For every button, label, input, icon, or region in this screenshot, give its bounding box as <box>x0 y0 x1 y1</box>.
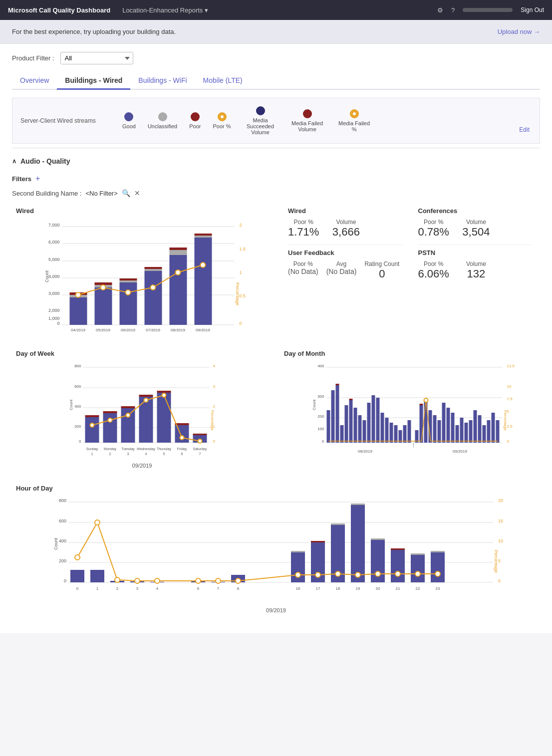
svg-text:18: 18 <box>336 586 340 591</box>
legend-poor: Poor <box>189 112 201 129</box>
dow-bar-sat-poor <box>193 434 207 435</box>
clear-filter-icon[interactable]: ✕ <box>134 189 140 197</box>
wired-poor-pct-label: Poor % <box>288 219 319 226</box>
svg-point-123 <box>424 398 428 402</box>
product-filter-select[interactable]: All Teams Skype for Business <box>60 52 133 64</box>
main-charts-grid: Wired 7,000 6,000 5,000 4,000 3,000 2,00… <box>12 203 540 338</box>
svg-text:4,000: 4,000 <box>48 274 60 279</box>
svg-text:3: 3 <box>213 384 216 389</box>
user-feedback-title: User Feedback <box>288 249 402 256</box>
svg-text:0: 0 <box>507 439 510 444</box>
tab-buildings-wired[interactable]: Buildings - Wired <box>57 72 130 90</box>
tab-overview[interactable]: Overview <box>12 72 57 90</box>
svg-text:Thursday: Thursday <box>157 447 172 451</box>
svg-text:4: 4 <box>213 364 216 368</box>
stats-sep-1 <box>288 245 402 245</box>
signout-button[interactable]: Sign Out <box>521 6 544 13</box>
day-of-month-chart: Day of Month 400 300 200 100 0 Count 12.… <box>280 346 540 473</box>
uf-poor-pct-value: (No Data) <box>288 267 318 275</box>
svg-point-181 <box>395 571 400 576</box>
svg-text:7: 7 <box>217 586 220 591</box>
svg-text:07/2019: 07/2019 <box>146 328 160 332</box>
svg-text:23: 23 <box>436 586 440 591</box>
svg-text:Percentage: Percentage <box>210 410 215 431</box>
svg-text:400: 400 <box>59 538 66 543</box>
upload-now-link[interactable]: Upload now → <box>498 28 540 35</box>
day-of-week-title: Day of Week <box>16 350 268 357</box>
bar-good-2 <box>95 287 112 325</box>
day-of-week-svg: 800 600 400 200 0 Count 4 3 2 1 0 Percen… <box>16 360 268 460</box>
svg-point-48 <box>162 393 166 397</box>
bar-good-1 <box>70 297 87 325</box>
legend-section: Server-Client Wired streams Good Unclass… <box>12 98 540 144</box>
dow-bar-mon <box>103 413 117 443</box>
conf-volume-value: 3,504 <box>461 226 491 239</box>
svg-text:Monday: Monday <box>104 447 116 451</box>
dow-bar-sun-poor <box>85 415 99 417</box>
settings-icon[interactable]: ⚙ <box>437 6 443 14</box>
svg-text:Wednesday: Wednesday <box>137 447 155 451</box>
audio-quality-header[interactable]: ∧ Audio - Quality <box>12 152 540 170</box>
svg-text:0: 0 <box>64 578 66 583</box>
unclassified-label: Unclassified <box>148 123 177 129</box>
svg-text:2: 2 <box>213 404 216 409</box>
svg-text:1: 1 <box>96 586 99 591</box>
svg-point-45 <box>108 418 112 422</box>
svg-text:Tuesday: Tuesday <box>121 447 135 451</box>
svg-rect-112 <box>451 413 455 443</box>
stats-panel: Wired Poor % 1.71% Volume 3,666 User Fee… <box>280 203 540 338</box>
svg-rect-101 <box>403 425 407 443</box>
svg-rect-109 <box>438 420 441 443</box>
filter-chip-label: Second Building Name : <box>12 190 81 197</box>
svg-point-50 <box>198 439 202 443</box>
svg-rect-119 <box>483 425 486 443</box>
svg-rect-90 <box>354 408 357 443</box>
svg-rect-104 <box>420 405 423 443</box>
bar-poor-5 <box>170 248 187 250</box>
svg-text:Count: Count <box>312 399 316 410</box>
svg-point-44 <box>90 423 94 427</box>
svg-text:200: 200 <box>317 414 324 419</box>
svg-text:0: 0 <box>57 321 59 326</box>
svg-rect-118 <box>478 415 482 443</box>
svg-text:8: 8 <box>237 586 240 591</box>
svg-text:08/2019: 08/2019 <box>171 328 185 332</box>
svg-rect-113 <box>456 425 459 443</box>
app-name: Microsoft Call Quality Dashboard <box>8 6 110 14</box>
svg-rect-117 <box>474 410 477 443</box>
media-failed-vol-dot <box>303 109 312 118</box>
svg-text:300: 300 <box>317 394 324 399</box>
uf-rating-count-label: Rating Count <box>364 260 399 267</box>
svg-text:0: 0 <box>498 578 501 583</box>
dot-3 <box>126 290 131 295</box>
svg-text:Sunday: Sunday <box>86 447 98 451</box>
add-filter-button[interactable]: + <box>35 174 40 183</box>
svg-text:400: 400 <box>317 364 324 368</box>
tab-mobile-lte[interactable]: Mobile (LTE) <box>195 72 251 90</box>
svg-text:09/2019: 09/2019 <box>453 449 467 454</box>
help-icon[interactable]: ? <box>451 6 455 14</box>
svg-rect-84 <box>336 385 339 443</box>
search-filter-icon[interactable]: 🔍 <box>122 189 130 197</box>
edit-link[interactable]: Edit <box>517 124 532 135</box>
svg-text:1,000: 1,000 <box>48 316 60 321</box>
svg-text:100: 100 <box>317 427 324 431</box>
svg-rect-87 <box>345 405 348 443</box>
svg-text:1: 1 <box>240 270 242 275</box>
svg-rect-164 <box>411 555 425 582</box>
svg-text:Percentage: Percentage <box>494 550 499 573</box>
pstn-volume-label: Volume <box>461 260 491 267</box>
svg-rect-95 <box>376 398 380 443</box>
tab-buildings-wifi[interactable]: Buildings - WiFi <box>130 72 195 90</box>
tab-bar: Overview Buildings - Wired Buildings - W… <box>12 72 540 90</box>
dow-bar-thu <box>157 393 171 443</box>
svg-text:Count: Count <box>44 270 49 282</box>
nav-link[interactable]: Location-Enhanced Reports ▾ <box>122 6 208 14</box>
svg-rect-161 <box>371 538 385 540</box>
poor-label: Poor <box>189 123 201 129</box>
wired-chart-svg: 7,000 6,000 5,000 4,000 3,000 2,000 1,00… <box>16 218 268 332</box>
svg-text:600: 600 <box>74 384 81 389</box>
svg-rect-163 <box>391 548 405 550</box>
svg-rect-97 <box>385 418 389 443</box>
svg-point-171 <box>135 578 140 583</box>
